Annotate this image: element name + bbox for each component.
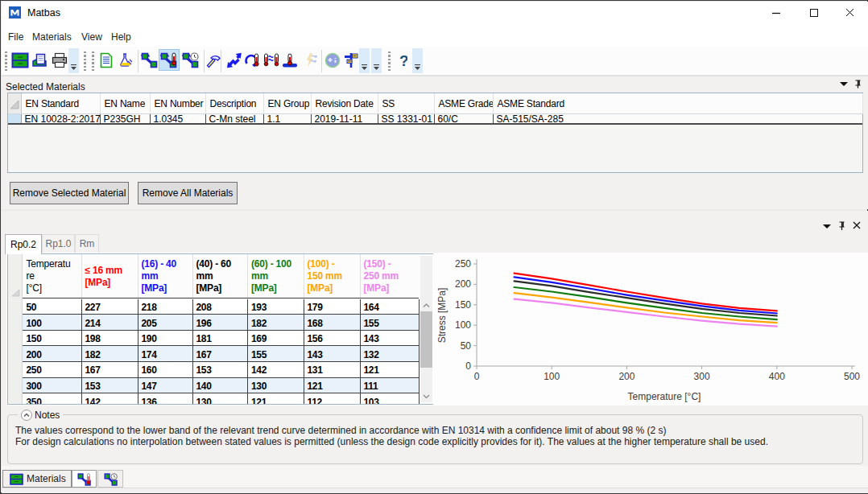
svg-text:50: 50	[461, 340, 472, 352]
svg-text:100: 100	[455, 319, 471, 331]
svg-text:?: ?	[399, 52, 407, 69]
svg-text:100: 100	[544, 371, 560, 382]
svg-text:0: 0	[465, 360, 471, 372]
svg-text:150: 150	[455, 299, 471, 311]
svg-text:400: 400	[769, 371, 785, 382]
svg-text:Temperature [°C]: Temperature [°C]	[628, 391, 701, 402]
svg-text:Stress [MPa]: Stress [MPa]	[436, 288, 448, 344]
svg-text:300: 300	[694, 371, 710, 382]
svg-text:200: 200	[455, 278, 471, 290]
svg-text:500: 500	[844, 371, 860, 382]
svg-text:250: 250	[455, 258, 471, 270]
svg-text:0: 0	[474, 371, 480, 382]
svg-text:200: 200	[618, 371, 634, 382]
